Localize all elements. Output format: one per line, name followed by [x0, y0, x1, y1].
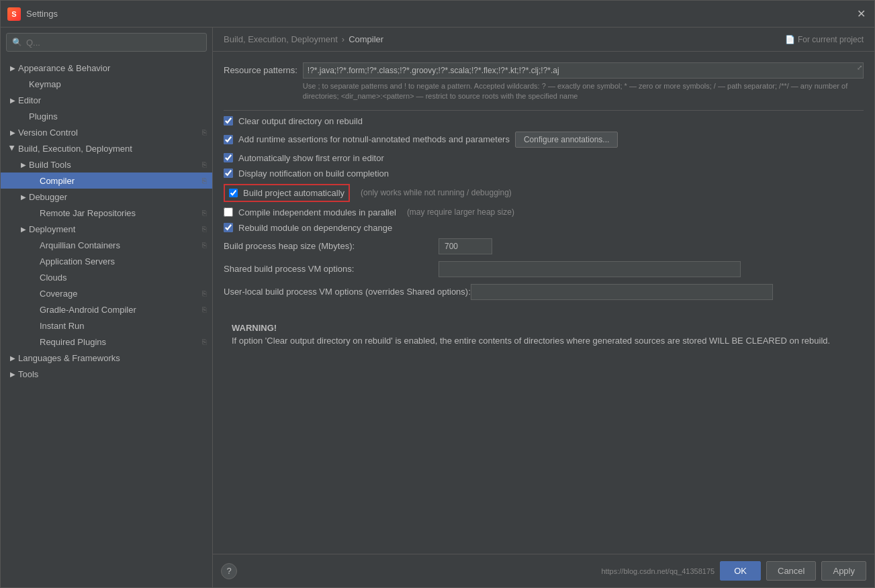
copy-icon: ⎘	[202, 305, 207, 313]
breadcrumb: Build, Execution, Deployment › Compiler …	[213, 28, 874, 52]
breadcrumb-part1: Build, Execution, Deployment	[224, 34, 338, 44]
close-button[interactable]: ✕	[854, 7, 868, 21]
sidebar-item-label: Compiler	[40, 176, 75, 186]
build-auto-label[interactable]: Build project automatically	[243, 188, 344, 198]
resource-input-wrapper: ⤢ Use ; to separate patterns and ! to ne…	[303, 62, 864, 102]
sidebar-item-appearance[interactable]: ▶ Appearance & Behavior	[1, 60, 212, 76]
sidebar-item-app-servers[interactable]: ▶ Application Servers	[1, 253, 212, 269]
auto-show-checkbox[interactable]	[224, 153, 233, 162]
arrow-icon: ▶	[18, 159, 29, 170]
sidebar-item-keymap[interactable]: ▶ Keymap	[1, 76, 212, 92]
sidebar-item-editor[interactable]: ▶ Editor	[1, 92, 212, 108]
resource-patterns-help: Use ; to separate patterns and ! to nega…	[303, 81, 864, 102]
sidebar-item-label: Keymap	[29, 79, 61, 89]
sidebar-item-build-tools[interactable]: ▶ Build Tools ⎘	[1, 156, 212, 173]
auto-show-label[interactable]: Automatically show first error in editor	[238, 153, 384, 163]
sidebar-item-gradle-android[interactable]: ▶ Gradle-Android Compiler ⎘	[1, 301, 212, 317]
sidebar-item-compiler[interactable]: ▶ Compiler ⎘	[1, 173, 212, 189]
sidebar-item-build-exec[interactable]: ▶ Build, Execution, Deployment	[1, 140, 212, 156]
title-bar: S Settings ✕	[1, 1, 874, 28]
sidebar-item-arquillian[interactable]: ▶ Arquillian Containers ⎘	[1, 237, 212, 253]
warning-text: If option 'Clear output directory on reb…	[232, 334, 856, 348]
arrow-icon: ▶	[7, 369, 18, 379]
heap-size-label: Build process heap size (Mbytes):	[224, 241, 439, 251]
configure-annotations-button[interactable]: Configure annotations...	[515, 132, 618, 148]
add-runtime-label[interactable]: Add runtime assertions for notnull-annot…	[238, 134, 510, 144]
copy-icon: ⎘	[202, 160, 207, 168]
copy-icon: ⎘	[202, 177, 207, 185]
arrow-icon: ▶	[7, 352, 18, 363]
heap-size-row: Build process heap size (Mbytes):	[224, 238, 864, 254]
apply-button[interactable]: Apply	[821, 561, 866, 581]
user-local-vm-label: User-local build process VM options (ove…	[224, 287, 471, 297]
sidebar-item-vcs[interactable]: ▶ Version Control ⎘	[1, 124, 212, 140]
display-notification-label[interactable]: Display notification on build completion	[238, 168, 389, 179]
bottom-bar: ? https://blog.csdn.net/qq_41358175 OK C…	[213, 554, 874, 587]
build-auto-highlight-box: Build project automatically	[224, 184, 350, 202]
help-button[interactable]: ?	[221, 563, 237, 579]
sidebar-item-label: Application Servers	[40, 256, 115, 266]
sidebar-item-deployment[interactable]: ▶ Deployment ⎘	[1, 221, 212, 237]
sidebar: 🔍 ▶ Appearance & Behavior ▶ Keymap ▶ Edi…	[1, 28, 213, 587]
sidebar-item-label: Languages & Frameworks	[18, 353, 120, 363]
search-input[interactable]	[26, 38, 201, 48]
sidebar-item-label: Debugger	[29, 192, 67, 202]
add-runtime-checkbox[interactable]	[224, 135, 233, 144]
cancel-button[interactable]: Cancel	[766, 561, 816, 581]
resource-expand-button[interactable]: ⤢	[857, 64, 862, 71]
compile-parallel-label[interactable]: Compile independent modules in parallel	[238, 207, 396, 217]
shared-vm-row: Shared build process VM options:	[224, 261, 864, 277]
sidebar-item-label: Build, Execution, Deployment	[18, 144, 132, 154]
rebuild-module-checkbox[interactable]	[224, 223, 233, 232]
copy-icon: ⎘	[202, 225, 207, 233]
checkbox-add-runtime: Add runtime assertions for notnull-annot…	[224, 132, 864, 148]
sidebar-item-label: Plugins	[29, 111, 58, 121]
sidebar-item-remote-jar[interactable]: ▶ Remote Jar Repositories ⎘	[1, 205, 212, 221]
sidebar-item-label: Remote Jar Repositories	[40, 208, 136, 218]
divider	[224, 110, 864, 111]
url-text: https://blog.csdn.net/qq_41358175	[601, 567, 715, 575]
sidebar-item-instant-run[interactable]: ▶ Instant Run	[1, 317, 212, 334]
app-icon: S	[7, 7, 21, 21]
sidebar-item-debugger[interactable]: ▶ Debugger	[1, 189, 212, 205]
build-auto-checkbox[interactable]	[229, 189, 238, 197]
shared-vm-input[interactable]	[439, 261, 741, 277]
sidebar-item-plugins[interactable]: ▶ Plugins	[1, 108, 212, 124]
arrow-icon: ▶	[7, 127, 18, 138]
display-notification-checkbox[interactable]	[224, 168, 233, 178]
user-local-vm-input[interactable]	[471, 284, 773, 300]
sidebar-item-coverage[interactable]: ▶ Coverage ⎘	[1, 285, 212, 301]
sidebar-item-languages[interactable]: ▶ Languages & Frameworks	[1, 350, 212, 366]
heap-size-input[interactable]	[439, 238, 492, 254]
sidebar-item-label: Appearance & Behavior	[18, 63, 110, 73]
sidebar-item-label: Arquillian Containers	[40, 240, 120, 250]
compile-parallel-checkbox[interactable]	[224, 207, 233, 217]
copy-icon: ⎘	[202, 128, 207, 136]
sidebar-item-clouds[interactable]: ▶ Clouds	[1, 269, 212, 285]
settings-window: S Settings ✕ 🔍 ▶ Appearance & Behavior ▶…	[0, 0, 875, 588]
sidebar-item-required-plugins[interactable]: ▶ Required Plugins ⎘	[1, 334, 212, 350]
search-icon: 🔍	[12, 38, 22, 47]
resource-patterns-input[interactable]	[303, 62, 864, 79]
arrow-icon: ▶	[18, 224, 29, 234]
sidebar-item-label: Version Control	[18, 128, 78, 138]
warning-box: WARNING! If option 'Clear output directo…	[224, 313, 864, 356]
checkbox-auto-show: Automatically show first error in editor	[224, 153, 864, 163]
arrow-icon: ▶	[18, 191, 29, 202]
ok-button[interactable]: OK	[720, 561, 761, 581]
copy-icon: ⎘	[202, 209, 207, 217]
checkbox-compile-parallel: Compile independent modules in parallel …	[224, 207, 864, 217]
sidebar-item-label: Gradle-Android Compiler	[40, 305, 136, 315]
checkbox-display-notification: Display notification on build completion	[224, 168, 864, 179]
arrow-icon: ▶	[7, 95, 18, 105]
checkbox-clear-output: Clear output directory on rebuild	[224, 116, 864, 126]
sidebar-item-tools[interactable]: ▶ Tools	[1, 366, 212, 382]
sidebar-item-label: Tools	[18, 369, 38, 379]
clear-output-checkbox[interactable]	[224, 116, 233, 126]
window-title: Settings	[26, 9, 854, 19]
search-box[interactable]: 🔍	[6, 33, 207, 52]
project-link[interactable]: 📄 For current project	[785, 35, 864, 44]
rebuild-module-label[interactable]: Rebuild module on dependency change	[238, 223, 392, 233]
settings-body: Resource patterns: ⤢ Use ; to separate p…	[213, 52, 874, 554]
clear-output-label[interactable]: Clear output directory on rebuild	[238, 116, 363, 126]
